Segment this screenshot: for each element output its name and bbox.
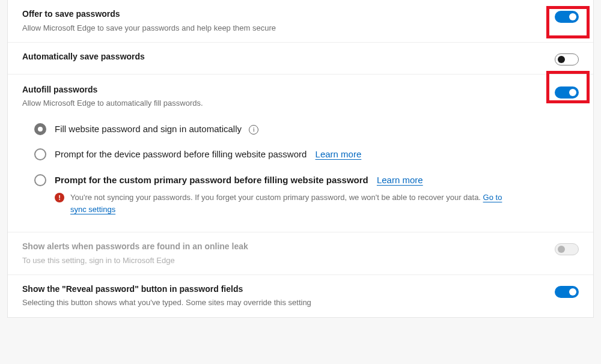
radio-label: Prompt for the custom primary password b…: [55, 174, 423, 187]
learn-more-link[interactable]: Learn more: [316, 149, 362, 159]
row-content: Show alerts when passwords are found in …: [22, 241, 548, 266]
reveal-title: Show the "Reveal password" button in pas…: [22, 284, 548, 296]
learn-more-link[interactable]: Learn more: [377, 175, 423, 185]
leak-alerts-desc: To use this setting, sign in to Microsof…: [22, 255, 548, 266]
row-auto-save-passwords: Automatically save passwords: [8, 43, 593, 74]
row-offer-save-passwords: Offer to save passwords Allow Microsoft …: [8, 0, 593, 43]
autofill-options: Fill website password and sign in automa…: [8, 113, 593, 233]
leak-alerts-toggle: [555, 243, 579, 255]
reveal-toggle[interactable]: [555, 286, 579, 298]
autofill-desc: Allow Microsoft Edge to automatically fi…: [22, 98, 548, 109]
radio-text: Fill website password and sign in automa…: [55, 124, 242, 134]
radio-text: Prompt for the custom primary password b…: [55, 175, 368, 185]
auto-save-title: Automatically save passwords: [22, 51, 548, 63]
offer-save-title: Offer to save passwords: [22, 8, 548, 20]
row-content: Automatically save passwords: [22, 51, 548, 63]
row-leak-alerts: Show alerts when passwords are found in …: [8, 232, 593, 275]
offer-save-desc: Allow Microsoft Edge to save your passwo…: [22, 23, 548, 34]
row-content: Show the "Reveal password" button in pas…: [22, 284, 548, 309]
warning-icon: !: [55, 193, 64, 202]
row-content: Offer to save passwords Allow Microsoft …: [22, 8, 548, 34]
offer-save-toggle[interactable]: [555, 11, 579, 23]
row-content: Autofill passwords Allow Microsoft Edge …: [22, 84, 548, 109]
radio-option-primary-password: Prompt for the custom primary password b…: [34, 168, 579, 222]
autofill-title: Autofill passwords: [22, 84, 548, 96]
radio-button[interactable]: [34, 174, 46, 186]
radio-option-device-password[interactable]: Prompt for the device password before fi…: [34, 142, 579, 168]
radio-button[interactable]: [34, 148, 46, 160]
warning-message: You're not syncing your passwords. If yo…: [70, 193, 483, 202]
row-reveal-password: Show the "Reveal password" button in pas…: [8, 275, 593, 317]
radio-button[interactable]: [34, 123, 46, 135]
radio-text: Prompt for the device password before fi…: [55, 149, 307, 159]
radio-label: Fill website password and sign in automa…: [55, 123, 258, 136]
info-icon[interactable]: i: [249, 125, 258, 135]
warning-text: You're not syncing your passwords. If yo…: [70, 192, 503, 215]
leak-alerts-title: Show alerts when passwords are found in …: [22, 241, 548, 253]
auto-save-toggle[interactable]: [555, 53, 579, 65]
autofill-toggle[interactable]: [555, 86, 579, 99]
reveal-desc: Selecting this button shows what you've …: [22, 297, 548, 308]
radio-label: Prompt for the device password before fi…: [55, 148, 361, 162]
row-autofill-passwords: Autofill passwords Allow Microsoft Edge …: [8, 74, 593, 113]
password-settings-panel: Offer to save passwords Allow Microsoft …: [7, 0, 594, 318]
warning-block: ! You're not syncing your passwords. If …: [55, 192, 503, 215]
radio-option-fill-auto[interactable]: Fill website password and sign in automa…: [34, 117, 579, 142]
